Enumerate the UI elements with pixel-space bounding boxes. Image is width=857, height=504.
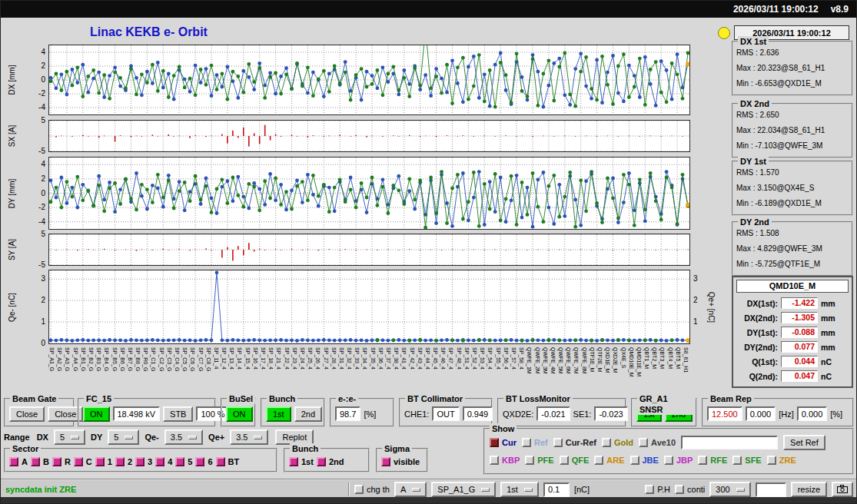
monitor-row: DY(1st):-0.088mm [736,325,849,340]
bunch-2nd-button[interactable]: 2nd [294,406,322,422]
show-checkbox-zre[interactable] [767,456,776,465]
element-select-value: SP_A1_G [437,485,475,494]
stat-row: RMS : 1.570 [736,165,849,181]
ref-input[interactable] [681,436,778,449]
show-checkbox-cur-ref[interactable] [553,438,563,447]
ph-label: P.H [657,485,670,494]
sector-checkbox-2[interactable] [115,457,125,466]
ph-checkbox[interactable] [645,485,654,494]
group-legend: Bunch [290,443,321,454]
group-legend: FC_15 [84,393,114,404]
mode-select[interactable]: A [394,482,427,497]
sector-checkbox-a[interactable] [9,457,18,466]
range-select-value: 3.5 [236,433,247,442]
show-label: RFE [710,456,727,465]
bunch-select[interactable]: 1st [500,482,539,497]
show-checkbox-cur[interactable] [490,438,499,447]
show-checkbox-ref[interactable] [522,438,531,447]
set-ref-button[interactable]: Set Ref [783,435,825,450]
fc15-on-button[interactable]: ON [83,406,110,422]
x-axis-label: SP_14_4 [237,347,242,370]
group-legend: BuSel [227,393,255,404]
count-select[interactable]: 300 [709,482,750,497]
conti-checkbox[interactable] [675,485,684,494]
monitor-rows: DX(1st):-1.422mmDX(2nd):-1.305mmDY(1st):… [736,296,849,383]
replot-button[interactable]: Replot [275,429,314,445]
conti-option: conti [675,485,705,494]
range-dx-select[interactable]: 5 [54,429,85,445]
monitor-box: QMD10E_M DX(1st):-1.422mmDX(2nd):-1.305m… [732,276,853,388]
show-checkbox-rfe[interactable] [698,456,707,465]
show-checkbox-jbe[interactable] [630,456,639,465]
show-checkbox-pfe[interactable] [525,456,534,465]
y-tick-label: 5 [24,230,45,238]
element-select[interactable]: SP_A1_G [431,482,496,497]
show-label: PFE [537,456,553,465]
sector-option-b: B [31,457,49,466]
blank-input[interactable] [756,482,786,497]
y-tick-label: -5 [24,260,45,269]
sector-checkbox-r[interactable] [52,457,61,466]
range-qe-select[interactable]: 3.5 [164,429,203,445]
show-label: SFE [745,456,761,465]
chart-dy-plot [48,157,690,230]
beam-gate-close-button-1[interactable]: Close [9,406,45,422]
show-content: CurRefCur-RefGoldAve10 Set Ref KBPPFEQFE… [485,429,852,465]
show-checkbox-sfe[interactable] [732,456,742,465]
chg-th-label: chg th [367,485,390,494]
x-axis-label: SP_C1_G [151,347,156,372]
snapshot-button[interactable] [832,482,853,497]
x-axis-label: SP_15_4 [245,347,251,370]
bunch-checkbox-1st[interactable] [289,457,298,466]
group-gr-a1-snsr: GR_A1 SNSR 1st 2nd [631,398,697,427]
monitor-row-unit: nC [821,372,832,381]
show-checkbox-ave10[interactable] [639,438,648,447]
range-qe-select[interactable]: 3.5 [230,429,268,445]
bunch-1st-button[interactable]: 1st [266,406,291,422]
dropdown-indicator-icon [736,488,745,492]
show-label: ZRE [779,456,796,465]
show-checkbox-qfe[interactable] [560,456,569,465]
sector-checkbox-6[interactable] [195,457,204,466]
show-option-jbe: JBE [630,456,659,465]
chg-th-checkbox[interactable] [354,485,364,494]
chart-sx-plot [48,120,690,152]
bunch-checkbox-2nd[interactable] [317,457,326,466]
x-axis-label: SP_51_4 [464,347,470,370]
stat-row: Max : 22.034@S8_61_H1 [736,123,849,138]
show-checkbox-kbp[interactable] [490,456,499,465]
sector-checkbox-bt[interactable] [216,457,225,466]
resize-button[interactable]: resize [791,482,827,497]
conti-label: conti [687,485,705,494]
sector-label: 6 [208,457,212,466]
dropdown-indicator-icon [71,436,79,439]
ee-ratio-unit: [%] [364,410,376,419]
x-axis-label: QWFE_3M [543,347,548,374]
threshold-input[interactable]: 0.1 [543,482,570,497]
show-option-ref: Ref [522,438,548,447]
y-tick-label: -2 [24,203,45,211]
sector-checkbox-5[interactable] [175,457,184,466]
show-checkbox-gold[interactable] [602,438,611,447]
sector-checkbox-c[interactable] [74,457,83,466]
range-qe-label: Qe- [144,433,158,442]
busel-on-button[interactable]: ON [226,406,253,422]
stat-group-title: DY 1st [738,156,769,167]
sector-checkbox-1[interactable] [95,457,105,466]
sector-checkbox-4[interactable] [155,457,164,466]
sigma-checkbox-visible[interactable] [381,457,390,466]
sector-checkbox-b[interactable] [31,457,40,466]
group-legend: Beam Rep [708,393,754,404]
show-checkbox-jbp[interactable] [664,456,673,465]
range-items: DX5DY5Qe-3.5Qe+3.5 [37,429,269,445]
sector-checkbox-3[interactable] [135,457,144,466]
chart-sx-y-axis-label: SX [A] [8,125,16,147]
show-option-cur-ref: Cur-Ref [553,438,596,447]
x-axis-label: SP_34_4 [362,347,367,370]
chart-sy-y-axis-label: SY [A] [8,239,16,260]
range-dy-select[interactable]: 5 [108,429,139,445]
fc15-stb-button[interactable]: STB [163,406,193,422]
x-axis-label: SP_C8_G [206,347,211,372]
show-checkbox-are[interactable] [594,456,603,465]
monitor-row: Q(2nd):0.047nC [736,369,849,383]
